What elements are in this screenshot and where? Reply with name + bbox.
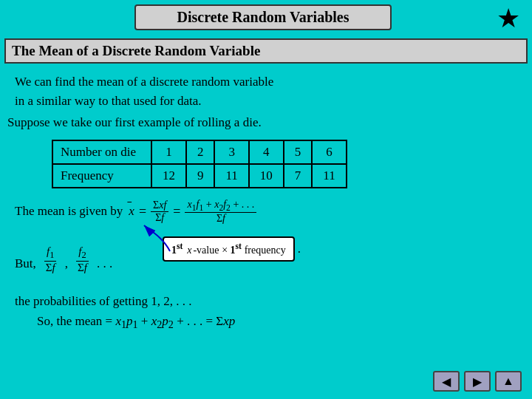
nav-back-button[interactable]: ◀: [433, 371, 460, 392]
so-line: So, the mean = x1p1 + x2p2 + . . . = Σxp: [37, 311, 525, 333]
prob-line: the probabilities of getting 1, 2, . . .: [15, 294, 191, 308]
intro-line2: in a similar way to that used for data.: [15, 94, 202, 108]
star-icon: ★: [497, 3, 520, 34]
annotation-suffix: .: [298, 242, 301, 256]
page-container: Discrete Random Variables ★ The Mean of …: [0, 0, 532, 399]
table-cell-2-1: 12: [151, 164, 186, 188]
table-cell-2-2: 9: [186, 164, 215, 188]
mean-formula: x̅ = Σxf Σf = x1f1 + x2f2 + . . . Σf: [129, 199, 258, 225]
table-row-2: Frequency 12 9 11 10 7 11: [52, 164, 347, 188]
table-cell-1-2: 2: [186, 140, 215, 164]
table-cell-1-3: 3: [214, 140, 248, 164]
table-cell-1-5: 5: [284, 140, 313, 164]
table-cell-2-3: 11: [214, 164, 248, 188]
but-label: But,: [15, 256, 36, 271]
intro-line1: We can find the mean of a discrete rando…: [15, 75, 273, 89]
table-row-1: Number on die 1 2 3 4 5 6: [52, 140, 347, 164]
table-cell-1-4: 4: [249, 140, 284, 164]
mean-label: The mean is given by: [15, 204, 123, 219]
die-table: Number on die 1 2 3 4 5 6 Frequency 12 9…: [52, 140, 347, 188]
suppose-text: Suppose we take our first example of rol…: [7, 113, 525, 132]
page-title: Discrete Random Variables: [134, 4, 392, 30]
nav-forward-button[interactable]: ▶: [464, 371, 491, 392]
table-cell-1-1: 1: [151, 140, 186, 164]
table-cell-1-6: 6: [312, 140, 346, 164]
table-cell-2-4: 10: [249, 164, 284, 188]
nav-up-button[interactable]: ▲: [495, 371, 522, 392]
nav-bar: ◀ ▶ ▲: [433, 371, 522, 392]
mean-formula-section: The mean is given by x̅ = Σxf Σf = x1f1 …: [15, 199, 525, 225]
main-content: We can find the mean of a discrete rando…: [7, 72, 525, 334]
table-row2-label: Frequency: [52, 164, 151, 188]
table-row1-label: Number on die: [52, 140, 151, 164]
intro-text: We can find the mean of a discrete rando…: [15, 72, 525, 110]
prob-section: the probabilities of getting 1, 2, . . .…: [15, 291, 525, 333]
table-cell-2-5: 7: [284, 164, 313, 188]
section-heading: The Mean of a Discrete Random Variable: [4, 38, 528, 64]
annotation-arrow: [140, 222, 177, 259]
table-cell-2-6: 11: [312, 164, 346, 188]
so-label: So, the mean =: [37, 314, 112, 328]
annotation-bubble: 1st x-value × 1st frequency: [163, 236, 295, 262]
prob-text: the probabilities of getting 1, 2, . . .: [15, 291, 525, 311]
